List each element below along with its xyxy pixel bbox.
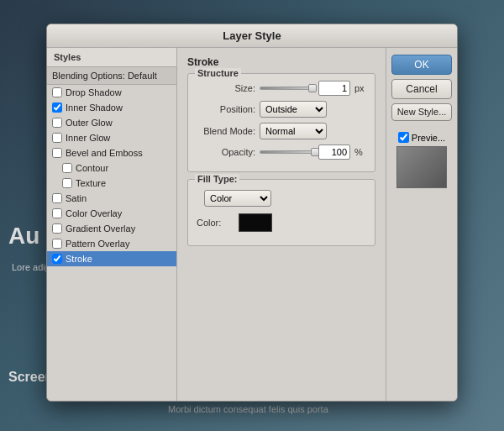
position-label: Position: (197, 104, 255, 114)
blend-mode-select[interactable]: Normal Multiply Screen (260, 123, 327, 139)
bevel-emboss-checkbox[interactable] (52, 148, 62, 158)
fill-type-select[interactable]: Color Gradient Pattern (204, 190, 271, 207)
texture-checkbox[interactable] (62, 178, 72, 188)
pattern-overlay-label: Pattern Overlay (66, 239, 129, 249)
structure-section-label: Structure (195, 68, 241, 78)
size-label: Size: (197, 83, 255, 93)
sidebar-item-outer-glow[interactable]: Outer Glow (47, 115, 176, 130)
inner-shadow-checkbox[interactable] (52, 102, 62, 113)
gradient-overlay-checkbox[interactable] (52, 223, 62, 234)
color-overlay-checkbox[interactable] (52, 208, 62, 218)
size-row: Size: px (197, 81, 366, 96)
preview-section: Previe... (391, 132, 452, 188)
inner-glow-checkbox[interactable] (52, 133, 62, 143)
sidebar-item-pattern-overlay[interactable]: Pattern Overlay (47, 236, 176, 251)
inner-shadow-label: Inner Shadow (66, 102, 123, 113)
inner-glow-label: Inner Glow (66, 133, 110, 143)
satin-label: Satin (66, 193, 87, 203)
new-style-button[interactable]: New Style... (391, 103, 452, 121)
stroke-section-title: Stroke (187, 56, 375, 68)
buttons-panel: OK Cancel New Style... Previe... (386, 48, 457, 401)
sidebar-item-stroke[interactable]: Stroke (47, 251, 176, 266)
cancel-button[interactable]: Cancel (391, 79, 452, 99)
preview-box (396, 146, 447, 188)
blending-options-label: Blending Options: Default (52, 71, 157, 81)
size-slider-thumb (308, 84, 317, 92)
sidebar-item-satin[interactable]: Satin (47, 191, 176, 206)
pattern-overlay-checkbox[interactable] (52, 239, 62, 249)
preview-checkbox-row: Previe... (398, 132, 445, 143)
contour-label: Contour (76, 163, 108, 173)
satin-checkbox[interactable] (52, 193, 62, 203)
texture-label: Texture (76, 178, 106, 188)
color-overlay-label: Color Overlay (66, 208, 122, 218)
size-slider[interactable] (260, 87, 314, 90)
ok-button[interactable]: OK (391, 55, 452, 75)
fill-type-row: Color Gradient Pattern (197, 190, 366, 207)
dialog-body: Styles Blending Options: Default Drop Sh… (47, 48, 457, 401)
dialog-title: Layer Style (47, 24, 457, 48)
bg-bottom-text: Morbi dictum consequat felis quis porta (168, 404, 328, 414)
opacity-unit: % (354, 147, 366, 157)
drop-shadow-label: Drop Shadow (66, 87, 122, 97)
blend-mode-row: Blend Mode: Normal Multiply Screen (197, 123, 366, 139)
opacity-slider[interactable] (260, 150, 314, 154)
fill-type-label: Fill Type: (195, 174, 239, 184)
preview-checkbox[interactable] (398, 132, 409, 143)
bg-title: Au (8, 223, 39, 250)
opacity-label: Opacity: (197, 147, 255, 157)
sidebar-item-inner-glow[interactable]: Inner Glow (47, 130, 176, 145)
opacity-slider-thumb (311, 148, 319, 156)
layer-style-dialog: Layer Style Styles Blending Options: Def… (46, 24, 458, 402)
sidebar-item-inner-shadow[interactable]: Inner Shadow (47, 100, 176, 115)
sidebar-item-gradient-overlay[interactable]: Gradient Overlay (47, 221, 176, 236)
color-swatch[interactable] (239, 213, 272, 232)
structure-section: Structure Size: px Position: Outside Ins… (187, 73, 375, 172)
opacity-input[interactable] (318, 145, 350, 160)
size-input[interactable] (318, 81, 350, 96)
main-content-area: Stroke Structure Size: px Position: (177, 48, 386, 401)
fill-type-section: Fill Type: Color Gradient Pattern Color: (187, 179, 375, 246)
styles-panel-header: Styles (47, 48, 176, 67)
position-row: Position: Outside Inside Center (197, 101, 366, 118)
color-row: Color: (197, 213, 366, 232)
contour-checkbox[interactable] (62, 163, 72, 173)
outer-glow-checkbox[interactable] (52, 118, 62, 128)
stroke-label: Stroke (66, 254, 92, 264)
preview-label: Previe... (412, 133, 445, 143)
position-select[interactable]: Outside Inside Center (260, 101, 327, 118)
size-unit: px (354, 83, 366, 93)
sidebar-item-drop-shadow[interactable]: Drop Shadow (47, 85, 176, 100)
stroke-checkbox[interactable] (52, 254, 62, 264)
sidebar-item-texture[interactable]: Texture (47, 176, 176, 191)
outer-glow-label: Outer Glow (66, 118, 113, 128)
blend-mode-label: Blend Mode: (197, 126, 255, 136)
gradient-overlay-label: Gradient Overlay (66, 223, 135, 234)
opacity-row: Opacity: % (197, 145, 366, 160)
color-label: Color: (197, 218, 234, 228)
drop-shadow-checkbox[interactable] (52, 87, 62, 97)
sidebar-item-blending-options[interactable]: Blending Options: Default (47, 67, 176, 85)
sidebar-item-bevel-emboss[interactable]: Bevel and Emboss (47, 145, 176, 160)
styles-panel: Styles Blending Options: Default Drop Sh… (47, 48, 177, 401)
bevel-emboss-label: Bevel and Emboss (66, 148, 143, 158)
sidebar-item-color-overlay[interactable]: Color Overlay (47, 206, 176, 221)
sidebar-item-contour[interactable]: Contour (47, 160, 176, 176)
